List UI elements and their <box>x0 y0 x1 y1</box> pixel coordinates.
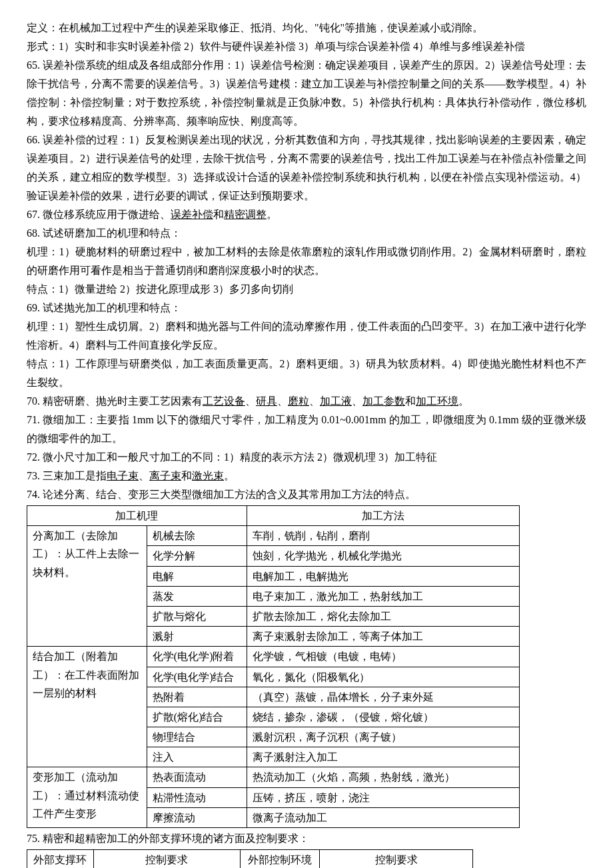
cell: 摩擦流动 <box>147 807 247 827</box>
cell: 热表面流动 <box>147 767 247 787</box>
para-69: 69. 试述抛光加工的机理和特点： <box>27 299 586 317</box>
para-71: 71. 微细加工：主要指 1mm 以下的微细尺寸零件，加工精度为 0.01~0.… <box>27 411 586 448</box>
cell: 溅射沉积，离子沉积（离子镀） <box>247 727 519 747</box>
cell: 微离子流动加工 <box>247 807 519 827</box>
sep: 、 <box>352 395 362 407</box>
cell: 压铸，挤压，喷射，浇注 <box>247 787 519 807</box>
para-67: 67. 微位移系统应用于微进给、误差补偿和精密调整。 <box>27 205 586 224</box>
sep: 、 <box>277 395 288 407</box>
underline-tool: 研具 <box>256 395 277 407</box>
para-68: 68. 试述研磨加工的机理和特点： <box>27 224 586 243</box>
th-mechanism: 加工机理 <box>27 506 247 526</box>
cell: 扩散与熔化 <box>147 606 247 626</box>
cell: （真空）蒸镀，晶体增长，分子束外延 <box>247 687 519 707</box>
sep: 和 <box>405 395 416 407</box>
para-69-mech: 机理：1）塑性生成切屑。2）磨料和抛光器与工件间的流动摩擦作用，使工件表面的凸凹… <box>27 317 586 355</box>
cell: 溅射 <box>147 627 247 647</box>
cell: 蚀刻，化学抛光，机械化学抛光 <box>247 546 519 566</box>
para-definition: 定义：在机械加工过程中产生的误差采取修正、抵消、均化、"钝化"等措施，使误差减小… <box>27 19 586 37</box>
cell: 机械去除 <box>147 526 247 546</box>
cell: 氧化，氮化（阳极氧化） <box>247 667 519 687</box>
cell: 电子束加工，激光加工，热射线加工 <box>247 586 519 606</box>
table-environment: 外部支撑环境 控制要求 外部控制环境 控制要求 空气环境 洁净度、气流速度、压力… <box>27 849 473 868</box>
cell: 烧结，掺杂，渗碳，（侵镀，熔化镀） <box>247 707 519 727</box>
underline-electron-beam: 电子束 <box>107 470 139 481</box>
underline-precision-adjust: 精密调整 <box>224 209 267 220</box>
cell: 化学(电化学)附着 <box>147 647 247 667</box>
cell: 化学镀，气相镀（电镀，电铸） <box>247 647 519 667</box>
cell: 离子束溅射去除加工，等离子体加工 <box>247 627 519 647</box>
th-req2: 控制要求 <box>320 850 473 869</box>
underline-ion-beam: 离子束 <box>149 470 181 481</box>
table-micro-methods: 加工机理 加工方法 分离加工（去除加工）：从工件上去除一块材料。 机械去除 车削… <box>27 505 520 828</box>
underline-error-comp: 误差补偿 <box>171 209 213 220</box>
th-req: 控制要求 <box>93 850 240 869</box>
cell: 车削，铣削，钻削，磨削 <box>247 526 519 546</box>
cell: 化学(电化学)结合 <box>147 667 247 687</box>
text: 。 <box>267 209 277 220</box>
cell-group-deform: 变形加工（流动加工）：通过材料流动使工件产生变形 <box>27 767 147 828</box>
th-method: 加工方法 <box>247 506 519 526</box>
underline-fluid: 加工液 <box>320 395 352 407</box>
cell: 电解 <box>147 566 247 586</box>
para-69-feat: 特点：1）工作原理与研磨类似，加工表面质量更高。2）磨料更细。3）研具为软质材料… <box>27 355 586 392</box>
sep: 。 <box>224 470 235 481</box>
sep: 、 <box>139 470 149 481</box>
underline-equipment: 工艺设备 <box>203 395 245 407</box>
table-row: 变形加工（流动加工）：通过材料流动使工件产生变形 热表面流动 热流动加工（火焰，… <box>27 767 520 787</box>
sep: 、 <box>245 395 256 407</box>
text: 和 <box>213 209 224 220</box>
text: 73. 三束加工是指 <box>27 470 107 481</box>
cell-group-separate: 分离加工（去除加工）：从工件上去除一块材料。 <box>27 526 147 647</box>
table-row: 分离加工（去除加工）：从工件上去除一块材料。 机械去除 车削，铣削，钻削，磨削 <box>27 526 520 546</box>
cell: 热附着 <box>147 687 247 707</box>
sep: 和 <box>181 470 192 481</box>
cell: 电解加工，电解抛光 <box>247 566 519 586</box>
sep: 。 <box>458 395 469 407</box>
cell: 化学分解 <box>147 546 247 566</box>
text: 70. 精密研磨、抛光时主要工艺因素有 <box>27 395 203 407</box>
cell: 离子溅射注入加工 <box>247 747 519 767</box>
para-66: 66. 误差补偿的过程：1）反复检测误差出现的状况，分析其数值和方向，寻找其规律… <box>27 131 586 205</box>
para-72: 72. 微小尺寸加工和一般尺寸加工的不同：1）精度的表示方法 2）微观机理 3）… <box>27 448 586 467</box>
para-forms: 形式：1）实时和非实时误差补偿 2）软件与硬件误差补偿 3）单项与综合误差补偿 … <box>27 37 586 56</box>
para-65: 65. 误差补偿系统的组成及各组成部分作用：1）误差信号检测：确定误差项目，误差… <box>27 56 586 131</box>
text: 67. 微位移系统应用于微进给、 <box>27 209 171 220</box>
cell: 物理结合 <box>147 727 247 747</box>
table-row: 外部支撑环境 控制要求 外部控制环境 控制要求 <box>27 850 473 869</box>
sep: 、 <box>309 395 320 407</box>
th-env: 外部支撑环境 <box>27 850 94 869</box>
cell: 热流动加工（火焰，高频，热射线，激光） <box>247 767 519 787</box>
para-68-feat: 特点：1）微量进给 2）按进化原理成形 3）多刃多向切削 <box>27 280 586 299</box>
cell: 扩散(熔化)结合 <box>147 707 247 727</box>
underline-env: 加工环境 <box>416 395 458 407</box>
underline-abrasive: 磨粒 <box>288 395 309 407</box>
cell: 蒸发 <box>147 586 247 606</box>
th-env2: 外部控制环境 <box>240 850 320 869</box>
para-68-mech: 机理：1）硬脆材料的研磨过程中，被加工材料的去除是依靠磨粒的滚轧作用或微切削作用… <box>27 243 586 280</box>
underline-laser-beam: 激光束 <box>192 470 224 481</box>
cell: 粘滞性流动 <box>147 787 247 807</box>
para-74: 74. 论述分离、结合、变形三大类型微细加工方法的含义及其常用加工方法的特点。 <box>27 485 586 504</box>
cell-group-combine: 结合加工（附着加工）：在工件表面附加一层别的材料 <box>27 647 147 767</box>
table-row: 结合加工（附着加工）：在工件表面附加一层别的材料 化学(电化学)附着 化学镀，气… <box>27 647 520 667</box>
para-73: 73. 三束加工是指电子束、离子束和激光束。 <box>27 467 586 485</box>
underline-params: 加工参数 <box>362 395 405 407</box>
para-75: 75. 精密和超精密加工的外部支撑环境的诸方面及控制要求： <box>27 829 586 848</box>
table-row: 加工机理 加工方法 <box>27 506 520 526</box>
cell: 注入 <box>147 747 247 767</box>
cell: 扩散去除加工，熔化去除加工 <box>247 606 519 626</box>
para-70: 70. 精密研磨、抛光时主要工艺因素有工艺设备、研具、磨粒、加工液、加工参数和加… <box>27 392 586 411</box>
